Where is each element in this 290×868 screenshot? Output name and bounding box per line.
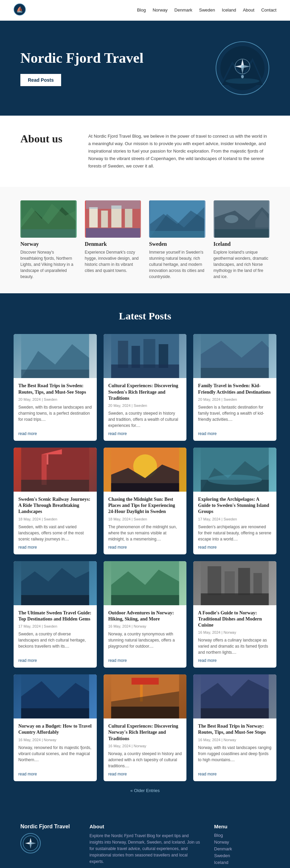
svg-rect-42 [111, 364, 179, 378]
footer-menu-links: Blog Norway Denmark Sweden Iceland [214, 833, 270, 865]
post-3-read-more[interactable]: read more [198, 431, 272, 436]
svg-rect-36 [21, 370, 89, 378]
post-5-excerpt: The phenomenon of the midnight sun, wher… [108, 524, 182, 542]
post-10-read-more[interactable]: read more [18, 772, 92, 776]
svg-rect-41 [159, 344, 168, 368]
nav-logo-container: ⛵ [14, 3, 26, 17]
post-10-image [14, 674, 97, 718]
footer-link-sweden[interactable]: Sweden [214, 853, 230, 858]
svg-rect-68 [238, 568, 250, 595]
svg-rect-23 [86, 228, 140, 238]
post-card-6: Exploring the Archipelagos: A Guide to S… [193, 448, 276, 554]
post-7-title: The Ultimate Sweden Travel Guide: Top De… [18, 610, 92, 622]
post-card-5: Chasing the Midnight Sun: Best Places an… [104, 448, 187, 554]
footer-link-iceland[interactable]: Iceland [214, 860, 229, 865]
sweden-image [149, 200, 205, 238]
post-9-excerpt: Norway offers a culinary landscape as va… [198, 637, 272, 655]
post-8-read-more[interactable]: read more [108, 658, 182, 663]
post-5-read-more[interactable]: read more [108, 545, 182, 550]
post-12-read-more[interactable]: read more [198, 772, 272, 776]
post-12-meta: 16 May, 2024 | Norway [198, 738, 272, 742]
nav-denmark[interactable]: Denmark [175, 7, 193, 13]
post-8-content: Outdoor Adventures in Norway: Hiking, Sk… [104, 605, 187, 668]
post-7-read-more[interactable]: read more [18, 658, 92, 663]
svg-point-87 [30, 842, 32, 844]
post-2-title: Cultural Experiences: Discovering Sweden… [108, 383, 182, 401]
about-heading: About us [20, 133, 75, 145]
post-11-meta: 16 May, 2024 | Norway [108, 744, 182, 748]
post-1-read-more[interactable]: read more [18, 431, 92, 436]
destination-norway: Norway Discover Norway's breathtaking fj… [20, 200, 77, 280]
post-4-excerpt: Sweden, with its vast and varied landsca… [18, 524, 92, 542]
footer-top: Nordic Fjord Travel About Explore the No… [20, 824, 270, 867]
post-1-excerpt: Sweden, with its diverse landscapes and … [18, 404, 92, 429]
hero-logo [215, 41, 270, 95]
post-card-11: Cultural Experiences: Discovering Norway… [104, 674, 187, 781]
post-6-meta: 17 May, 2024 | Sweden [198, 517, 272, 521]
nav-contact[interactable]: Contact [261, 7, 276, 13]
post-6-read-more[interactable]: read more [198, 545, 272, 550]
svg-rect-20 [101, 211, 108, 228]
pagination: « Older Entries [14, 781, 276, 793]
post-8-title: Outdoor Adventures in Norway: Hiking, Sk… [108, 610, 182, 622]
post-4-read-more[interactable]: read more [18, 545, 92, 550]
footer-link-blog[interactable]: Blog [214, 833, 223, 838]
denmark-title: Denmark [85, 241, 141, 247]
post-3-image [193, 334, 276, 378]
svg-rect-66 [208, 566, 221, 595]
svg-rect-19 [89, 207, 97, 228]
nav-blog[interactable]: Blog [137, 7, 146, 13]
post-8-excerpt: Norway, a country synonymous with stunni… [108, 631, 182, 655]
post-12-content: The Best Road Trips in Norway: Routes, T… [193, 718, 276, 781]
svg-point-13 [241, 75, 244, 78]
post-11-read-more[interactable]: read more [108, 772, 182, 776]
post-6-title: Exploring the Archipelagos: A Guide to S… [198, 496, 272, 515]
svg-point-58 [208, 475, 262, 485]
post-2-meta: 20 May, 2024 | Sweden [108, 403, 182, 408]
post-1-meta: 20 May, 2024 | Sweden [18, 397, 92, 401]
svg-rect-50 [21, 480, 89, 492]
footer-link-denmark[interactable]: Denmark [214, 846, 232, 851]
nav-sweden[interactable]: Sweden [199, 7, 215, 13]
svg-rect-24 [86, 200, 140, 209]
posts-grid: The Best Road Trips in Sweden: Routes, T… [14, 334, 276, 781]
post-1-title: The Best Road Trips in Sweden: Routes, T… [18, 383, 92, 395]
footer-link-norway[interactable]: Norway [214, 840, 229, 845]
post-1-image [14, 334, 97, 378]
svg-text:⛵: ⛵ [16, 6, 23, 13]
iceland-desc: Explore Iceland's unique geothermal wond… [214, 249, 270, 280]
post-8-image [104, 561, 187, 605]
post-6-excerpt: Sweden's archipelagos are renowned for t… [198, 524, 272, 542]
svg-point-32 [224, 215, 238, 223]
post-2-read-more[interactable]: read more [108, 431, 182, 436]
post-4-title: Sweden's Scenic Railway Journeys: A Ride… [18, 496, 92, 515]
older-entries-link[interactable]: « Older Entries [130, 788, 160, 793]
post-3-excerpt: Sweden is a fantastic destination for fa… [198, 404, 272, 429]
post-9-read-more[interactable]: read more [198, 658, 272, 663]
post-5-meta: 18 May, 2024 | Sweden [108, 517, 182, 521]
svg-point-12 [241, 65, 244, 68]
post-11-excerpt: Norway, a country steeped in history and… [108, 751, 182, 769]
post-8-meta: 16 May, 2024 | Norway [108, 624, 182, 628]
footer-brand-name: Nordic Fjord Travel [20, 824, 70, 830]
svg-point-6 [225, 78, 259, 84]
read-posts-button[interactable]: Read Posts [20, 74, 61, 86]
destinations-section: Norway Discover Norway's breathtaking fj… [0, 187, 290, 293]
post-3-meta: 20 May, 2024 | Sweden [198, 397, 272, 401]
footer-about: About Explore the Nordic Fjord Travel Bl… [90, 824, 201, 867]
post-5-image [104, 448, 187, 492]
svg-rect-81 [201, 708, 269, 718]
footer-about-text: Explore the Nordic Fjord Travel Blog for… [90, 833, 201, 865]
post-10-content: Norway on a Budget: How to Travel Countr… [14, 718, 97, 781]
nav-norway[interactable]: Norway [152, 7, 167, 13]
svg-rect-67 [225, 571, 235, 595]
svg-rect-73 [21, 708, 89, 718]
nav-iceland[interactable]: Iceland [222, 7, 236, 13]
post-11-content: Cultural Experiences: Discovering Norway… [104, 718, 187, 781]
sweden-desc: Immerse yourself in Sweden's stunning na… [149, 249, 205, 280]
post-12-image [193, 674, 276, 718]
post-7-content: The Ultimate Sweden Travel Guide: Top De… [14, 605, 97, 668]
nav-about[interactable]: About [243, 7, 254, 13]
destination-denmark: Denmark Experience Denmark's cozy hygge,… [85, 200, 141, 280]
post-card-9: A Foodie's Guide to Norway: Traditional … [193, 561, 276, 668]
